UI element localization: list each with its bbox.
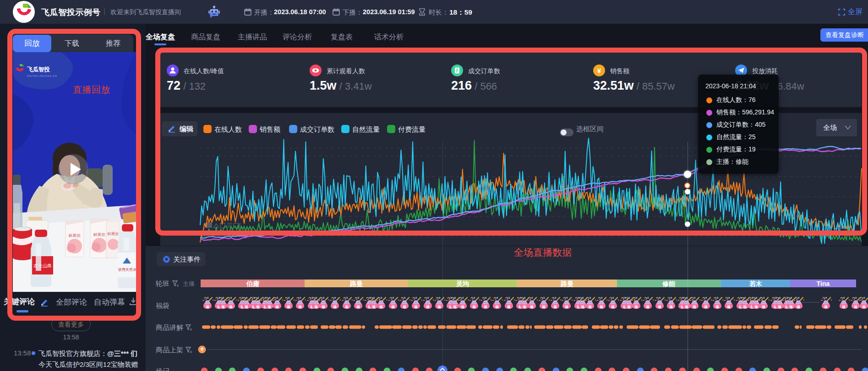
- svg-text:伯庸: 伯庸: [246, 280, 259, 287]
- svg-text:修能: 修能: [662, 280, 676, 287]
- svg-text:路曼: 路曼: [349, 280, 363, 287]
- svg-text:若木: 若木: [749, 280, 762, 287]
- svg-text:路曼: 路曼: [560, 280, 574, 287]
- svg-text:Tina: Tina: [817, 280, 830, 287]
- svg-text:灵均: 灵均: [456, 280, 469, 287]
